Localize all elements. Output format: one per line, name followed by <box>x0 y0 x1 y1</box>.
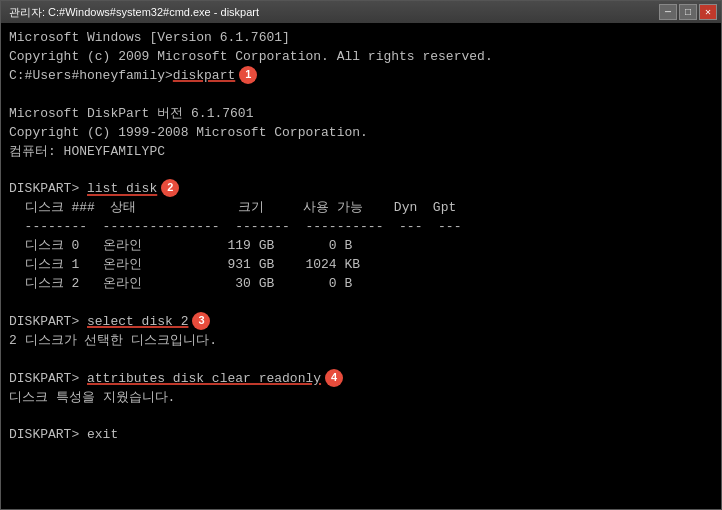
output-line-6: Copyright (C) 1999-2008 Microsoft Corpor… <box>9 124 713 143</box>
window: 관리자: C:#Windows#system32#cmd.exe - diskp… <box>0 0 722 510</box>
maximize-button[interactable]: □ <box>679 4 697 20</box>
table-header: 디스크 ### 상태 크기 사용 가능 Dyn Gpt <box>9 199 713 218</box>
prompt-3: DISKPART> <box>9 314 87 329</box>
blank-line-2 <box>9 161 713 180</box>
output-line-12: 2 디스크가 선택한 디스크입니다. <box>9 332 713 351</box>
output-line-9: DISKPART> list disk2 <box>9 180 713 199</box>
output-line-1: Microsoft Windows [Version 6.1.7601] <box>9 29 713 48</box>
output-line-15: 디스크 특성을 지웠습니다. <box>9 389 713 408</box>
output-line-3: C:#Users#honeyfamily>diskpart1 <box>9 67 713 86</box>
output-line-2: Copyright (c) 2009 Microsoft Corporation… <box>9 48 713 67</box>
blank-line-3 <box>9 294 713 313</box>
cmd-listdisk: list disk <box>87 182 157 197</box>
title-bar-buttons: ─ □ ✕ <box>659 4 717 20</box>
cmd-attributes: attributes disk clear readonly <box>87 371 321 386</box>
badge-1: 1 <box>239 66 257 84</box>
prompt-1: C:#Users#honeyfamily> <box>9 68 173 83</box>
table-row-3: 디스크 2 온라인 30 GB 0 B <box>9 275 713 294</box>
badge-3: 3 <box>192 312 210 330</box>
output-line-7: 컴퓨터: HONEYFAMILYPC <box>9 143 713 162</box>
cmd-selectdisk: select disk 2 <box>87 314 188 329</box>
table-separator: -------- --------------- ------- -------… <box>9 218 713 237</box>
prompt-4: DISKPART> <box>9 371 87 386</box>
badge-2: 2 <box>161 179 179 197</box>
output-line-5: Microsoft DiskPart 버전 6.1.7601 <box>9 105 713 124</box>
output-line-11: DISKPART> select disk 23 <box>9 313 713 332</box>
table-row-1: 디스크 0 온라인 119 GB 0 B <box>9 237 713 256</box>
prompt-2: DISKPART> <box>9 182 87 197</box>
output-line-17: DISKPART> exit <box>9 426 713 445</box>
close-button[interactable]: ✕ <box>699 4 717 20</box>
blank-line-5 <box>9 408 713 427</box>
cmd-exit: exit <box>87 427 118 442</box>
minimize-button[interactable]: ─ <box>659 4 677 20</box>
blank-line-4 <box>9 351 713 370</box>
title-bar: 관리자: C:#Windows#system32#cmd.exe - diskp… <box>1 1 721 23</box>
table-row-2: 디스크 1 온라인 931 GB 1024 KB <box>9 256 713 275</box>
terminal: Microsoft Windows [Version 6.1.7601] Cop… <box>1 23 721 509</box>
cmd-diskpart: diskpart <box>173 68 235 83</box>
output-line-14: DISKPART> attributes disk clear readonly… <box>9 370 713 389</box>
title-bar-text: 관리자: C:#Windows#system32#cmd.exe - diskp… <box>9 5 259 20</box>
blank-line-1 <box>9 86 713 105</box>
badge-4: 4 <box>325 369 343 387</box>
prompt-5: DISKPART> <box>9 427 87 442</box>
